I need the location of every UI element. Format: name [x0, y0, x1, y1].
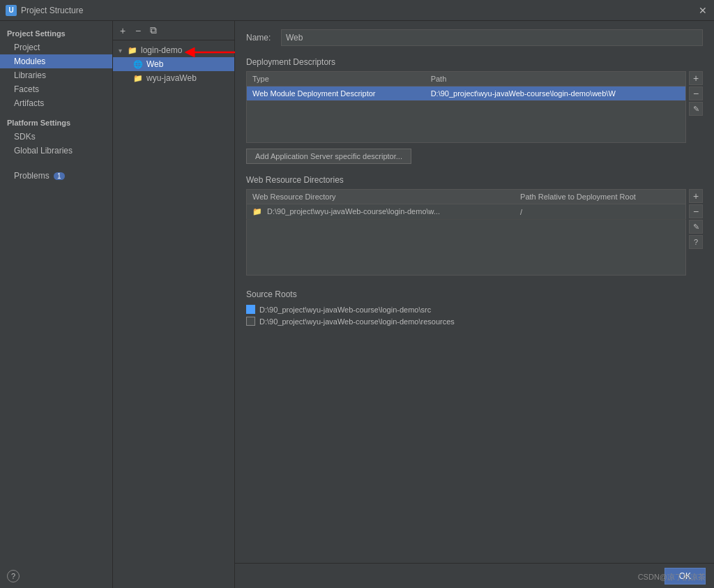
deployment-add-button[interactable]: +	[689, 71, 703, 85]
sidebar: Project Settings Project Modules Librari…	[0, 21, 113, 588]
tree-toolbar: + − ⧉	[113, 21, 234, 40]
source-root-label-0: D:\90_project\wyu-javaWeb-course\login-d…	[259, 306, 431, 314]
tree-item-login-demo[interactable]: ▾ 📁 login-demo	[113, 43, 234, 57]
webres-add-button[interactable]: +	[689, 189, 703, 203]
tree-remove-button[interactable]: −	[131, 24, 145, 38]
webres-side-buttons: + − ✎ ?	[689, 189, 703, 249]
webres-edit-button[interactable]: ✎	[689, 220, 703, 234]
web-resource-table: Web Resource Directory Path Relative to …	[246, 189, 686, 220]
webres-col-path: Path Relative to Deployment Root	[515, 190, 685, 204]
content-panel: Name: Deployment Descriptors Type Path	[235, 21, 714, 588]
deployment-descriptors-section: Deployment Descriptors Type Path	[246, 57, 703, 164]
project-settings-section: Project Settings	[0, 24, 112, 40]
tree-content: ▾ 📁 login-demo 🌐 Web 📁 wyu-javaWeb	[113, 40, 234, 588]
table-row[interactable]: Web Module Deployment Descriptor D:\90_p…	[247, 86, 686, 101]
sidebar-item-global-libraries[interactable]: Global Libraries	[0, 144, 112, 158]
sidebar-item-sdks[interactable]: SDKs	[0, 130, 112, 144]
app-icon: U	[6, 5, 17, 16]
deployment-table: Type Path Web Module Deployment Descript…	[246, 71, 686, 101]
source-root-checkbox-0[interactable]: ✓	[246, 305, 255, 314]
webres-path-cell: /	[515, 204, 685, 220]
content-body: Name: Deployment Descriptors Type Path	[235, 21, 714, 563]
folder-icon: 📁	[127, 45, 138, 56]
deployment-table-wrapper: Type Path Web Module Deployment Descript…	[246, 71, 686, 143]
webres-col-dir: Web Resource Directory	[247, 190, 515, 204]
webres-dir-cell: 📁 D:\90_project\wyu-javaWeb-course\login…	[247, 204, 515, 220]
folder-icon-wyu: 📁	[132, 73, 144, 84]
web-module-icon: 🌐	[132, 59, 144, 70]
problems-badge: 1	[54, 172, 65, 180]
deployment-col-path: Path	[425, 72, 686, 86]
add-descriptor-button[interactable]: Add Application Server specific descript…	[246, 149, 411, 164]
title-bar: U Project Structure ✕	[0, 0, 714, 21]
webres-help-button[interactable]: ?	[689, 235, 703, 249]
deployment-remove-button[interactable]: −	[689, 86, 703, 100]
deployment-edit-button[interactable]: ✎	[689, 102, 703, 116]
tree-label-wyu: wyu-javaWeb	[146, 73, 197, 83]
sidebar-item-project[interactable]: Project	[0, 40, 112, 54]
help-button[interactable]: ?	[7, 570, 20, 582]
deployment-type-cell: Web Module Deployment Descriptor	[247, 86, 425, 101]
deployment-side-buttons: + − ✎	[689, 71, 703, 116]
watermark: CSDN@凉了的凉茶	[638, 572, 706, 582]
window-title: Project Structure	[21, 6, 697, 15]
sidebar-bottom: ?	[0, 564, 112, 588]
sidebar-item-libraries[interactable]: Libraries	[0, 68, 112, 82]
source-root-checkbox-1[interactable]	[246, 317, 255, 326]
source-root-label-1: D:\90_project\wyu-javaWeb-course\login-d…	[259, 317, 455, 326]
problems-label: Problems	[14, 171, 50, 181]
tree-label-login-demo: login-demo	[141, 45, 182, 55]
name-input[interactable]	[281, 29, 703, 46]
web-resource-table-wrapper: Web Resource Directory Path Relative to …	[246, 189, 686, 276]
deployment-col-type: Type	[247, 72, 425, 86]
web-resource-section: Web Resource Directories Web Resource Di…	[246, 175, 703, 276]
sidebar-item-problems[interactable]: Problems 1	[0, 169, 112, 183]
platform-settings-section: Platform Settings	[0, 110, 112, 130]
close-button[interactable]: ✕	[697, 5, 708, 16]
tree-add-button[interactable]: +	[116, 24, 130, 38]
tree-item-web[interactable]: 🌐 Web	[113, 57, 234, 71]
deployment-descriptors-title: Deployment Descriptors	[246, 57, 703, 67]
source-root-row-1: D:\90_project\wyu-javaWeb-course\login-d…	[246, 315, 703, 327]
tree-copy-button[interactable]: ⧉	[146, 24, 160, 38]
webres-remove-button[interactable]: −	[689, 204, 703, 218]
web-resource-table-container: Web Resource Directory Path Relative to …	[246, 189, 703, 276]
source-roots-title: Source Roots	[246, 289, 703, 299]
source-roots-section: Source Roots ✓ D:\90_project\wyu-javaWeb…	[246, 289, 703, 327]
name-row: Name:	[246, 29, 703, 46]
name-label: Name:	[246, 33, 274, 43]
module-tree-panel: + − ⧉ ▾ 📁 login-demo 🌐 Web	[113, 21, 235, 588]
tree-item-wyu-javaweb[interactable]: 📁 wyu-javaWeb	[113, 71, 234, 85]
deployment-path-cell: D:\90_project\wyu-javaWeb-course\login-d…	[425, 86, 686, 101]
tree-label-web: Web	[146, 59, 163, 69]
web-resource-title: Web Resource Directories	[246, 175, 703, 185]
sidebar-item-facets[interactable]: Facets	[0, 82, 112, 96]
sidebar-item-modules[interactable]: Modules	[0, 54, 112, 68]
table-row[interactable]: 📁 D:\90_project\wyu-javaWeb-course\login…	[247, 204, 686, 220]
tree-arrow-login-demo: ▾	[119, 47, 127, 54]
folder-icon-webres: 📁	[252, 207, 262, 216]
deployment-table-container: Type Path Web Module Deployment Descript…	[246, 71, 703, 143]
sidebar-item-artifacts[interactable]: Artifacts	[0, 96, 112, 110]
source-root-row-0: ✓ D:\90_project\wyu-javaWeb-course\login…	[246, 303, 703, 315]
